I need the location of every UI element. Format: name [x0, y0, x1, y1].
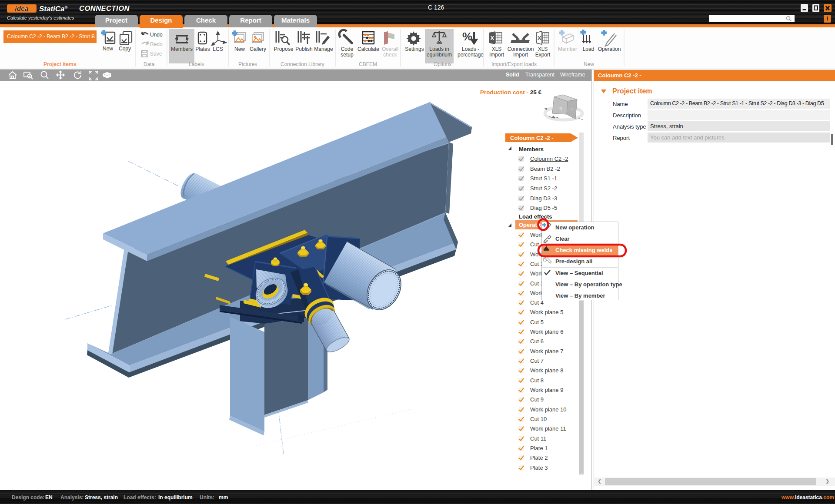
svg-text:X: X: [538, 35, 541, 41]
svg-text:CONNECTION: CONNECTION: [79, 4, 130, 12]
svg-text:+y: +y: [558, 106, 562, 110]
svg-text:J: J: [571, 107, 573, 111]
svg-text:StatiCa®: StatiCa®: [39, 5, 68, 13]
svg-text:Calculate yesterday's estimate: Calculate yesterday's estimates: [7, 15, 74, 20]
svg-text:Coloumn C2 -2 -: Coloumn C2 -2 -: [510, 135, 554, 141]
svg-text:idea: idea: [15, 5, 29, 12]
svg-text:X: X: [491, 35, 494, 41]
svg-text:%: %: [462, 30, 472, 43]
